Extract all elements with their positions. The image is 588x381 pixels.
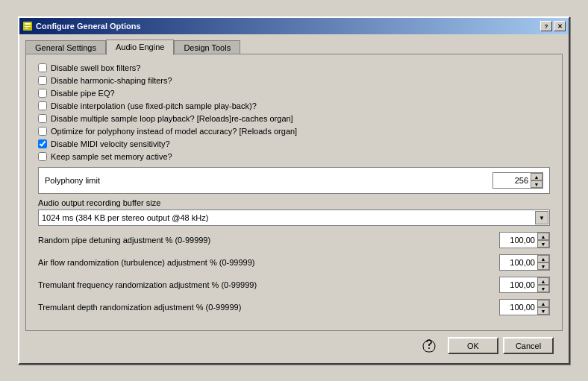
adjustment-label-tremulant-freq: Tremulant frequency randomization adjust… xyxy=(38,280,499,289)
tremulant-depth-input[interactable] xyxy=(500,302,537,312)
polyphony-spinbox: ▲ ▼ xyxy=(492,172,543,189)
air-flow-spinbox: ▲ ▼ xyxy=(499,254,550,271)
checkbox-pipeeq[interactable] xyxy=(38,89,47,98)
checkbox-polyphony-opt[interactable] xyxy=(38,127,47,136)
adjustment-label-tremulant-depth: Tremulant depth randomization adjustment… xyxy=(38,303,499,312)
checkbox-label-sample-memory: Keep sample set memory active? xyxy=(51,152,172,161)
tremulant-freq-spin-buttons: ▲ ▼ xyxy=(537,277,549,292)
tab-bar: General Settings Audio Engine Design Too… xyxy=(25,39,563,54)
checkbox-label-polyphony-opt: Optimize for polyphony instead of model … xyxy=(51,127,297,136)
title-bar: Configure General Options ? ✕ xyxy=(19,18,569,34)
checkbox-midi-velocity[interactable] xyxy=(38,139,47,148)
tremulant-freq-spin-up[interactable]: ▲ xyxy=(537,277,549,285)
checkbox-label-sampleloop: Disable multiple sample loop playback? [… xyxy=(51,114,293,123)
checkbox-row-sample-memory: Keep sample set memory active? xyxy=(38,152,550,161)
configure-window: Configure General Options ? ✕ General Se… xyxy=(18,16,570,365)
close-title-button[interactable]: ✕ xyxy=(554,21,566,31)
checkbox-row-polyphony-opt: Optimize for polyphony instead of model … xyxy=(38,127,550,136)
window-title: Configure General Options xyxy=(36,22,141,31)
checkbox-row-interpolation: Disable interpolation (use fixed-pitch s… xyxy=(38,101,550,110)
audio-buffer-dropdown-wrapper: 1024 ms (384 KB per stereo output @48 kH… xyxy=(38,210,550,226)
adjustment-row-random-pipe: Random pipe detuning adjustment % (0-999… xyxy=(38,232,550,248)
adjustment-label-random-pipe: Random pipe detuning adjustment % (0-999… xyxy=(38,236,499,245)
adjustment-row-tremulant-freq: Tremulant frequency randomization adjust… xyxy=(38,277,550,293)
help-svg-icon xyxy=(421,338,437,354)
checkbox-row-swell: Disable swell box filters? xyxy=(38,63,550,72)
svg-rect-3 xyxy=(25,28,28,29)
checkbox-label-pipeeq: Disable pipe EQ? xyxy=(51,89,115,98)
tremulant-depth-spin-up[interactable]: ▲ xyxy=(537,300,549,307)
adjustment-row-tremulant-depth: Tremulant depth randomization adjustment… xyxy=(38,299,550,315)
random-pipe-spin-up[interactable]: ▲ xyxy=(537,233,549,240)
polyphony-spin-down[interactable]: ▼ xyxy=(531,180,542,188)
svg-rect-2 xyxy=(25,26,31,27)
audio-buffer-select[interactable]: 1024 ms (384 KB per stereo output @48 kH… xyxy=(38,210,550,226)
audio-buffer-label: Audio output recording buffer size xyxy=(38,198,550,207)
svg-point-4 xyxy=(428,347,430,349)
checkbox-label-midi-velocity: Disable MIDI velocity sensitivity? xyxy=(51,139,170,148)
audio-buffer-section: Audio output recording buffer size 1024 … xyxy=(38,198,550,226)
window-body: General Settings Audio Engine Design Too… xyxy=(19,34,569,363)
polyphony-spin-up[interactable]: ▲ xyxy=(531,173,542,180)
checkbox-label-harmonic: Disable harmonic-shaping filters? xyxy=(51,76,172,85)
checkbox-row-sampleloop: Disable multiple sample loop playback? [… xyxy=(38,114,550,123)
tremulant-depth-spin-buttons: ▲ ▼ xyxy=(537,300,549,315)
checkbox-sampleloop[interactable] xyxy=(38,114,47,123)
air-flow-input[interactable] xyxy=(500,257,537,268)
polyphony-limit-row: Polyphony limit ▲ ▼ xyxy=(38,167,550,194)
polyphony-input[interactable] xyxy=(493,175,531,186)
cancel-button[interactable]: Cancel xyxy=(503,337,554,354)
polyphony-limit-label: Polyphony limit xyxy=(45,176,100,185)
checkbox-sample-memory[interactable] xyxy=(38,152,47,161)
tab-content-audio-engine: Disable swell box filters? Disable harmo… xyxy=(25,54,563,331)
random-pipe-spin-down[interactable]: ▼ xyxy=(537,240,549,248)
random-pipe-input[interactable] xyxy=(500,235,537,245)
tremulant-freq-input[interactable] xyxy=(500,280,537,290)
title-bar-left: Configure General Options xyxy=(22,21,141,31)
help-title-button[interactable]: ? xyxy=(540,21,552,31)
ok-button[interactable]: OK xyxy=(448,337,498,354)
air-flow-spin-up[interactable]: ▲ xyxy=(537,255,549,262)
checkbox-interpolation[interactable] xyxy=(38,101,47,110)
svg-rect-1 xyxy=(25,23,31,25)
checkbox-swell[interactable] xyxy=(38,63,47,72)
checkbox-row-pipeeq: Disable pipe EQ? xyxy=(38,89,550,98)
tremulant-depth-spin-down[interactable]: ▼ xyxy=(537,307,549,315)
checkbox-harmonic[interactable] xyxy=(38,76,47,85)
footer: OK Cancel xyxy=(25,331,563,357)
random-pipe-spinbox: ▲ ▼ xyxy=(499,232,550,248)
random-pipe-spin-buttons: ▲ ▼ xyxy=(537,233,549,248)
checkbox-label-interpolation: Disable interpolation (use fixed-pitch s… xyxy=(51,101,257,110)
adjustment-label-air-flow: Air flow randomization (turbulence) adju… xyxy=(38,258,499,267)
checkbox-label-swell: Disable swell box filters? xyxy=(51,63,140,72)
tremulant-freq-spin-down[interactable]: ▼ xyxy=(537,285,549,292)
tremulant-depth-spinbox: ▲ ▼ xyxy=(499,299,550,315)
polyphony-spin-buttons: ▲ ▼ xyxy=(531,173,542,188)
tab-audio-engine[interactable]: Audio Engine xyxy=(106,40,174,55)
tremulant-freq-spinbox: ▲ ▼ xyxy=(499,277,550,293)
help-icon[interactable] xyxy=(421,338,437,354)
title-buttons: ? ✕ xyxy=(540,21,566,31)
air-flow-spin-down[interactable]: ▼ xyxy=(537,262,549,270)
air-flow-spin-buttons: ▲ ▼ xyxy=(537,255,549,270)
adjustment-row-air-flow: Air flow randomization (turbulence) adju… xyxy=(38,254,550,271)
checkbox-row-harmonic: Disable harmonic-shaping filters? xyxy=(38,76,550,85)
window-icon xyxy=(22,21,33,31)
checkbox-row-midi-velocity: Disable MIDI velocity sensitivity? xyxy=(38,139,550,148)
